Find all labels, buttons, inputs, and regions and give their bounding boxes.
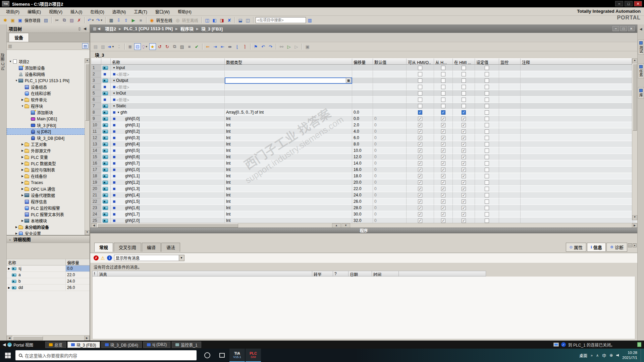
datatype-cell[interactable]: Int [225,122,352,128]
scroll-up-icon[interactable]: ▲ [85,58,90,63]
breadcrumb-item-2[interactable]: 程序块 [180,25,194,32]
comment-cell[interactable] [521,116,633,122]
comment-cell[interactable] [521,179,633,186]
datatype-cell[interactable] [225,84,352,90]
hmi-accessible-checkbox[interactable]: ✓ [418,193,422,197]
hmi-accessible-checkbox[interactable]: ✓ [418,136,422,140]
setpoint-checkbox[interactable] [485,91,489,96]
hmi-accessible-checkbox[interactable]: ✓ [418,148,422,153]
name-cell[interactable]: ghh[1,1] [111,173,225,179]
tree-item-20[interactable]: ▶OPC UA 通信 [7,186,90,192]
name-cell[interactable]: ghh[0,1] [111,122,225,128]
details-name-cell[interactable]: b [7,278,66,284]
tree-item-19[interactable]: ▶Traces [7,179,90,186]
show-desktop-button[interactable] [641,349,642,362]
expand-open-icon[interactable]: ▼ [116,111,120,114]
db-settings-icon[interactable]: ▣ [304,43,311,50]
expand-open-icon[interactable]: ▼ [112,66,116,69]
default-cell[interactable] [373,71,407,77]
comment-cell[interactable] [521,192,633,198]
add-row-icon[interactable]: ▥ [100,43,106,50]
open-project-icon[interactable]: ▣ [9,17,16,23]
hmi-writable-checkbox[interactable] [441,78,445,83]
renumber-icon[interactable]: ⇹ [227,43,233,50]
expand-closed-icon[interactable]: ▶ [21,187,24,190]
datatype-picker-button[interactable]: ▦ [346,78,351,83]
comment-cell[interactable] [521,160,633,167]
hmi-writable-checkbox[interactable]: ✓ [441,168,445,172]
datatype-cell[interactable]: Int [225,173,352,179]
default-cell[interactable]: 0 [373,173,407,179]
setpoint-checkbox[interactable] [485,136,489,140]
program-section-bar[interactable]: 程序 [90,228,637,233]
goto-first-error-icon[interactable]: ⇐ [205,43,211,50]
insert-row-after-icon[interactable]: ➜▼ [107,43,115,50]
datatype-cell[interactable] [225,71,352,77]
default-cell[interactable]: 0 [373,128,407,135]
comment-cell[interactable] [521,128,633,135]
hmi-accessible-checkbox[interactable] [418,66,422,70]
hmi-accessible-checkbox[interactable]: ✓ [418,117,422,121]
hmi-accessible-checkbox[interactable] [418,85,422,89]
scroll-left-icon[interactable]: ◀ [91,223,97,228]
setpoint-checkbox[interactable] [485,193,489,197]
table-row-24[interactable]: 24ghh[1,7]Int30.00✓✓✓ [91,211,632,218]
tree-item-25[interactable]: ▶本地模块 [7,218,90,224]
setpoint-checkbox[interactable] [485,212,489,217]
hmi-accessible-checkbox[interactable]: ✓ [418,168,422,172]
link-icon[interactable]: ⚯ [278,43,285,50]
table-row-1[interactable]: 1▼Input [91,65,632,71]
monitor-start-icon[interactable]: ▷ [286,43,292,50]
comment-cell[interactable] [521,141,633,147]
comment-cell[interactable] [521,90,633,97]
tree-item-18[interactable]: ▶在线备份 [7,173,90,179]
name-cell[interactable]: <新增> [111,97,225,103]
name-cell[interactable]: ghh[0,4] [111,141,225,147]
name-cell[interactable]: ghh[1,6] [111,205,225,211]
editor-bar-button-3[interactable]: sj (DB2) [143,342,170,348]
expand-closed-icon[interactable]: ▶ [7,267,11,270]
breadcrumb-item-1[interactable]: PLC_1 [CPU 1513-1 PN] [124,26,173,31]
tree-item-16[interactable]: ▶PLC 数据类型 [7,160,90,167]
breadcrumb-item-0[interactable]: 项目2 [105,25,116,32]
name-cell[interactable]: ghh[1,2] [111,179,225,186]
go-online-icon[interactable]: ◉ [149,17,155,23]
hmi-accessible-checkbox[interactable] [418,78,422,83]
compile-check-icon[interactable]: ✔ [194,43,200,50]
hmi-visible-checkbox[interactable] [462,104,466,108]
scroll-thumb[interactable] [97,224,238,228]
comment-cell[interactable] [521,109,633,116]
setpoint-checkbox[interactable] [485,142,489,146]
right-tab-2[interactable]: 库 [638,87,644,99]
taskbar-search-input[interactable]: 在这里输入你要搜索的内容 [15,350,197,360]
comment-cell[interactable] [521,147,633,154]
tia-portal-app[interactable]: TIAV15.1 [229,349,245,362]
setpoint-checkbox[interactable] [485,78,489,83]
default-cell[interactable]: 0 [373,116,407,122]
inspector-collapse-icon[interactable]: ▾ [633,243,637,247]
hmi-writable-checkbox[interactable]: ✓ [441,117,445,121]
dropdown-caret-icon[interactable]: ▼ [100,19,103,22]
hmi-visible-checkbox[interactable] [462,85,466,89]
tree-item-0[interactable]: ▼项目2 [7,58,90,65]
hmi-accessible-checkbox[interactable]: ✓ [418,129,422,134]
setpoint-checkbox[interactable] [485,98,489,102]
details-name-cell[interactable]: ▶sj [7,265,66,272]
paste-value-icon[interactable]: ▨ [179,43,185,50]
expand-open-icon[interactable]: ▼ [21,105,24,108]
hmi-writable-checkbox[interactable]: ✓ [441,199,445,204]
comment-cell[interactable] [521,97,633,103]
scroll-thumb[interactable] [13,336,43,340]
expand-closed-icon[interactable]: ▶ [21,143,24,146]
favorites-icon[interactable]: ⚑ [253,43,259,50]
details-row[interactable]: a22.0 [7,272,90,278]
dropdown-arrow-icon[interactable]: ▼ [179,255,184,261]
dropdown-caret-icon[interactable]: ▼ [112,45,114,48]
auto-collapse-icon[interactable]: ▯ [77,26,82,31]
comment-cell[interactable] [521,103,633,109]
datatype-cell[interactable]: Int [225,205,352,211]
details-offset-cell[interactable]: 0.0 [66,265,90,272]
default-cell[interactable]: 0 [373,167,407,173]
start-button[interactable] [0,349,15,362]
menu-item-6[interactable]: 工具(T) [130,8,150,15]
